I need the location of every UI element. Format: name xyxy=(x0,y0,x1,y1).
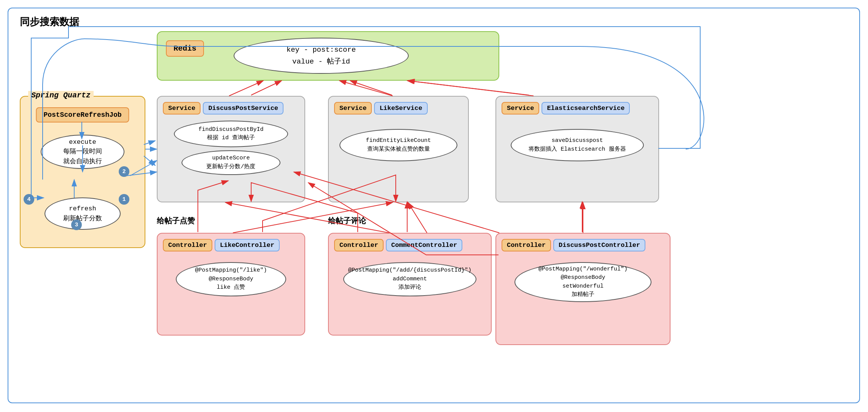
page-title: 同步搜索数据 xyxy=(20,15,79,29)
refresh-cloud: refresh 刷新帖子分数 xyxy=(45,197,121,230)
discuss-controller-container: Controller DiscussPostController @PostMa… xyxy=(495,233,671,345)
badge-1: 1 xyxy=(119,194,129,205)
comment-controller-name: CommentController xyxy=(386,239,462,251)
badge-3: 3 xyxy=(71,220,82,230)
spring-quartz-title: Spring Quartz xyxy=(28,91,94,100)
elasticsearch-service-name: ElasticsearchService xyxy=(542,102,630,115)
post-score-job: PostScoreRefreshJob xyxy=(36,107,129,122)
comment-controller-badge: Controller xyxy=(334,239,384,251)
elasticsearch-service-container: Service ElasticsearchService saveDiscuss… xyxy=(495,96,659,202)
discuss-service-header: Service DiscussPostService xyxy=(158,97,304,118)
like-controller-header: Controller LikeController xyxy=(158,234,304,255)
discuss-controller-header: Controller DiscussPostController xyxy=(496,234,670,255)
redis-container: Redis key - post:score value - 帖子id xyxy=(157,31,499,81)
discuss-method2: updateScore 更新帖子分数/热度 xyxy=(182,150,280,175)
discuss-controller-name: DiscussPostController xyxy=(553,239,645,251)
comment-controller-container: Controller CommentController @PostMappin… xyxy=(328,233,492,336)
comment-controller-header: Controller CommentController xyxy=(329,234,491,255)
elasticsearch-method1: saveDiscusspost 将数据插入 Elasticsearch 服务器 xyxy=(511,129,644,161)
discuss-controller-badge: Controller xyxy=(502,239,551,251)
elasticsearch-service-badge: Service xyxy=(502,102,539,115)
redis-data-cloud: key - post:score value - 帖子id xyxy=(234,38,409,74)
like-service-container: Service LikeService findEntityLikeCount … xyxy=(328,96,469,202)
like-service-header: Service LikeService xyxy=(329,97,468,118)
execute-cloud: execute 每隔一段时间 就会自动执行 xyxy=(41,135,124,169)
like-controller-container: Controller LikeController @PostMapping("… xyxy=(157,233,305,336)
badge-2: 2 xyxy=(119,166,129,177)
discuss-service-name: DiscussPostService xyxy=(203,102,283,115)
elasticsearch-service-header: Service ElasticsearchService xyxy=(496,97,658,118)
discuss-service-badge: Service xyxy=(163,102,201,115)
like-service-badge: Service xyxy=(334,102,372,115)
main-diagram: 同步搜索数据 Redis key - post:score value - 帖子… xyxy=(8,8,860,403)
like-controller-name: LikeController xyxy=(215,239,280,251)
comment-controller-method: @PostMapping("/add/{discussPostId}") add… xyxy=(343,262,476,296)
like-method1: findEntityLikeCount 查询某实体被点赞的数量 xyxy=(339,129,457,161)
like-controller-method: @PostMapping("/like") @ResponseBody like… xyxy=(176,262,286,296)
like-service-name: LikeService xyxy=(374,102,427,115)
section-like-label: 给帖子点赞 xyxy=(157,216,195,226)
section-comment-label: 给帖子评论 xyxy=(328,216,366,226)
discuss-controller-method: @PostMapping("/wonderful") @ResponseBody… xyxy=(514,262,651,302)
like-controller-badge: Controller xyxy=(163,239,212,251)
discuss-method1: findDiscussPostById 根据 id 查询帖子 xyxy=(174,121,288,147)
redis-label: Redis xyxy=(166,40,204,57)
discuss-service-container: Service DiscussPostService findDiscussPo… xyxy=(157,96,305,202)
badge-4: 4 xyxy=(24,194,34,205)
